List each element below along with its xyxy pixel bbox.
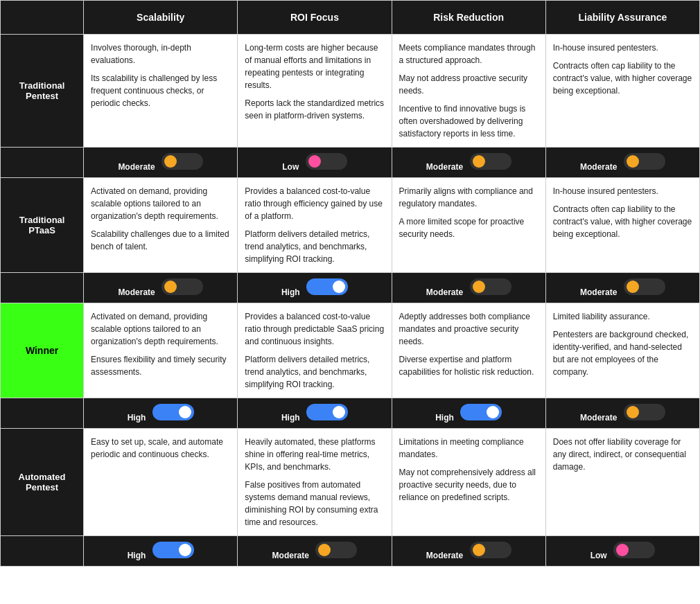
- header-scalability: Scalability: [84, 1, 238, 35]
- toggle: [306, 153, 347, 170]
- rating-label: Moderate: [118, 287, 155, 297]
- rating-label: Moderate: [426, 287, 463, 297]
- toggle: [161, 153, 203, 170]
- rating-label: High: [281, 413, 300, 423]
- liability-cell-traditional-ptaas: In-house insured pentesters.Contracts of…: [545, 178, 699, 273]
- cell-text: A more limited scope for proactive secur…: [399, 215, 539, 240]
- rating-label: Moderate: [426, 551, 463, 560]
- toggle-knob: [164, 281, 177, 293]
- cell-text: In-house insured pentesters.: [553, 42, 692, 54]
- cell-text: Adeptly addresses both compliance mandat…: [399, 310, 539, 348]
- header-risk: Risk Reduction: [392, 1, 545, 35]
- toggle: [470, 153, 511, 170]
- row-header-automated-pentest: AutomatedPentest: [1, 429, 84, 536]
- roi-cell-traditional-pentest: Long-term costs are higher because of ma…: [238, 35, 392, 148]
- cell-text: Activated on demand, providing scalable …: [91, 185, 230, 222]
- rating-label: High: [128, 551, 146, 560]
- toggle: [315, 542, 357, 558]
- rating-label: High: [128, 413, 146, 423]
- rating-scalability-traditional-ptaas: Moderate: [84, 273, 238, 303]
- cell-text: False positives from automated systems d…: [245, 479, 384, 528]
- rating-label: High: [281, 287, 300, 297]
- cell-text: Platform delivers detailed metrics, tren…: [245, 228, 384, 265]
- liability-cell-automated-pentest: Does not offer liability coverage for an…: [545, 429, 699, 536]
- comparison-table: Scalability ROI Focus Risk Reduction Lia…: [0, 0, 700, 567]
- scalability-cell-traditional-pentest: Involves thorough, in-depth evaluations.…: [84, 35, 238, 148]
- cell-text: Provides a balanced cost-to-value ratio …: [245, 185, 384, 222]
- risk-cell-traditional-pentest: Meets compliance mandates through a stru…: [392, 35, 545, 148]
- cell-text: May not comprehensively address all proa…: [399, 466, 539, 504]
- rating-risk-community-driven-ptaas: High: [392, 398, 545, 429]
- cell-text: Activated on demand, providing scalable …: [91, 310, 230, 348]
- liability-cell-community-driven-ptaas: Limited liability assurance.Pentesters a…: [545, 303, 699, 398]
- risk-cell-traditional-ptaas: Primarily aligns with compliance and reg…: [392, 178, 545, 273]
- cell-text: Primarily aligns with compliance and reg…: [399, 185, 539, 210]
- toggle: [613, 542, 655, 558]
- toggle: [624, 404, 665, 420]
- rating-label: Moderate: [272, 551, 309, 560]
- toggle-knob: [473, 155, 485, 168]
- roi-cell-traditional-ptaas: Provides a balanced cost-to-value ratio …: [238, 178, 392, 273]
- rating-liability-automated-pentest: Low: [545, 536, 699, 567]
- row-header-community-driven-ptaas: Winner: [1, 303, 84, 398]
- cell-text: Does not offer liability coverage for an…: [553, 436, 692, 473]
- rating-scalability-traditional-pentest: Moderate: [84, 148, 238, 178]
- cell-text: Easy to set up, scale, and automate peri…: [91, 436, 230, 461]
- rating-empty-traditional-ptaas: [1, 273, 84, 303]
- cell-text: Platform delivers detailed metrics, tren…: [245, 353, 384, 391]
- rating-label: Moderate: [580, 162, 617, 172]
- toggle-knob: [164, 155, 177, 168]
- scalability-cell-traditional-ptaas: Activated on demand, providing scalable …: [84, 178, 238, 273]
- rating-label: Moderate: [580, 287, 617, 297]
- toggle: [152, 542, 194, 558]
- toggle-knob: [627, 406, 639, 418]
- rating-label: High: [435, 413, 454, 423]
- cell-text: Scalability challenges due to a limited …: [91, 228, 230, 253]
- roi-cell-community-driven-ptaas: Provides a balanced cost-to-value ratio …: [238, 303, 392, 398]
- toggle-knob: [616, 544, 629, 556]
- toggle-knob: [333, 281, 345, 293]
- toggle: [624, 278, 665, 295]
- cell-text: Involves thorough, in-depth evaluations.: [91, 42, 230, 66]
- risk-cell-community-driven-ptaas: Adeptly addresses both compliance mandat…: [392, 303, 545, 398]
- cell-text: Reports lack the standardized metrics se…: [245, 97, 384, 122]
- toggle-knob: [627, 281, 639, 293]
- toggle-knob: [333, 406, 345, 418]
- rating-empty-traditional-pentest: [1, 148, 84, 178]
- toggle-knob: [179, 406, 191, 418]
- header-roi: ROI Focus: [238, 1, 392, 35]
- header-liability: Liability Assurance: [545, 1, 699, 35]
- cell-text: Incentive to find innovative bugs is oft…: [399, 103, 539, 140]
- toggle: [161, 278, 203, 295]
- toggle: [306, 404, 348, 420]
- liability-cell-traditional-pentest: In-house insured pentesters.Contracts of…: [545, 35, 699, 148]
- rating-label: Moderate: [118, 162, 155, 172]
- cell-text: Pentesters are background checked, ident…: [553, 328, 692, 378]
- rating-liability-traditional-ptaas: Moderate: [545, 273, 699, 303]
- rating-roi-traditional-pentest: Low: [238, 148, 392, 178]
- toggle: [470, 542, 511, 558]
- rating-risk-traditional-ptaas: Moderate: [392, 273, 545, 303]
- rating-roi-automated-pentest: Moderate: [238, 536, 392, 567]
- cell-text: In-house insured pentesters.: [553, 185, 692, 197]
- rating-roi-community-driven-ptaas: High: [238, 398, 392, 429]
- cell-text: Heavily automated, these platforms shine…: [245, 436, 384, 473]
- rating-label: Low: [590, 551, 607, 560]
- cell-text: Long-term costs are higher because of ma…: [245, 42, 384, 91]
- rating-scalability-community-driven-ptaas: High: [84, 398, 238, 429]
- rating-label: Moderate: [426, 162, 463, 172]
- toggle-knob: [473, 281, 485, 293]
- scalability-cell-automated-pentest: Easy to set up, scale, and automate peri…: [84, 429, 238, 536]
- roi-cell-automated-pentest: Heavily automated, these platforms shine…: [238, 429, 392, 536]
- rating-scalability-automated-pentest: High: [84, 536, 238, 567]
- rating-risk-automated-pentest: Moderate: [392, 536, 545, 567]
- rating-label: Moderate: [580, 413, 617, 423]
- toggle: [470, 278, 511, 295]
- cell-text: Diverse expertise and platform capabilit…: [399, 353, 539, 378]
- cell-text: Ensures flexibility and timely security …: [91, 353, 230, 378]
- scalability-cell-community-driven-ptaas: Activated on demand, providing scalable …: [84, 303, 238, 398]
- cell-text: May not address proactive security needs…: [399, 72, 539, 97]
- toggle-knob: [308, 155, 321, 168]
- rating-empty-community-driven-ptaas: [1, 398, 84, 429]
- toggle-knob: [473, 544, 485, 556]
